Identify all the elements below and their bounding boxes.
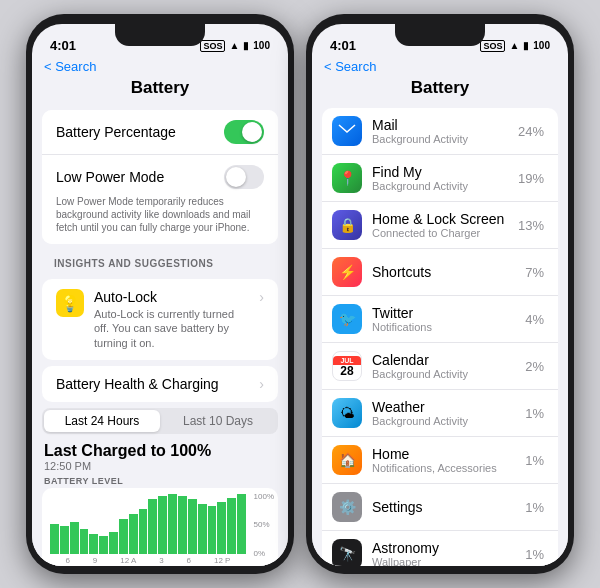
chevron-right-icon: › [259,289,264,305]
calendar-icon: JUL 28 [332,351,362,381]
bar-13 [168,494,177,554]
calendar-name: Calendar [372,352,515,368]
bar-10 [139,509,148,554]
right-content: Mail Background Activity 24% 📍 Find My B… [312,104,568,566]
charged-time: 12:50 PM [44,460,276,472]
battery-pct-right: 100 [533,40,550,51]
shortcuts-info: Shortcuts [372,264,515,280]
list-item[interactable]: 🔒 Home & Lock Screen Connected to Charge… [322,202,558,249]
findmy-pct: 19% [518,171,544,186]
page-title-left: Battery [131,78,190,98]
bar-3 [70,522,79,554]
calendar-info: Calendar Background Activity [372,352,515,380]
astronomy-info: Astronomy Wallpaper [372,540,515,566]
homelock-sub: Connected to Charger [372,227,508,239]
toggle-knob [242,122,262,142]
mail-pct: 24% [518,124,544,139]
astronomy-pct: 1% [525,547,544,562]
bar-2 [60,526,69,554]
notch [115,24,205,46]
insight-group: 💡 Auto-Lock Auto-Lock is currently turne… [42,279,278,360]
battery-health-label: Battery Health & Charging [56,376,259,392]
weather-sub: Background Activity [372,415,515,427]
back-nav-right[interactable]: < Search [312,57,568,76]
status-right-right: SOS ▲ ▮ 100 [480,40,550,52]
bar-15 [188,499,197,554]
bar-20 [237,494,246,554]
wifi-icon-left: ▲ [229,40,239,51]
left-phone: 4:01 SOS ▲ ▮ 100 < Search Battery Batter [26,14,294,574]
page-title-right: Battery [411,78,470,98]
low-power-toggle[interactable] [224,165,264,189]
sos-badge-right: SOS [480,40,505,52]
bar-4 [80,529,89,554]
settings-pct: 1% [525,500,544,515]
toggle-knob-2 [226,167,246,187]
twitter-pct: 4% [525,312,544,327]
status-right-left: SOS ▲ ▮ 100 [200,40,270,52]
nav-title-bar-left: Battery [32,76,288,104]
auto-lock-row[interactable]: 💡 Auto-Lock Auto-Lock is currently turne… [42,279,278,360]
battery-percentage-row[interactable]: Battery Percentage [42,110,278,155]
list-item[interactable]: 🔭 Astronomy Wallpaper 1% [322,531,558,566]
list-item[interactable]: 📍 Find My Background Activity 19% [322,155,558,202]
weather-icon: 🌤 [332,398,362,428]
low-power-label: Low Power Mode [56,169,224,185]
findmy-name: Find My [372,164,508,180]
home-pct: 1% [525,453,544,468]
mail-info: Mail Background Activity [372,117,508,145]
home-name: Home [372,446,515,462]
low-power-sublabel: Low Power Mode temporarily reduces backg… [56,191,264,234]
battery-health-row[interactable]: Battery Health & Charging › [42,366,278,402]
bar-18 [217,502,226,554]
list-item[interactable]: 🌤 Weather Background Activity 1% [322,390,558,437]
sos-badge-left: SOS [200,40,225,52]
tab-10d[interactable]: Last 10 Days [160,410,276,432]
right-phone: 4:01 SOS ▲ ▮ 100 < Search Battery [306,14,574,574]
twitter-sub: Notifications [372,321,515,333]
time-tabs: Last 24 Hours Last 10 Days [42,408,278,434]
astronomy-icon: 🔭 [332,539,362,566]
left-screen: 4:01 SOS ▲ ▮ 100 < Search Battery Batter [32,24,288,566]
battery-level-label: BATTERY LEVEL [32,472,288,488]
chart-y-labels: 100% 50% 0% [254,492,274,558]
bar-11 [148,499,157,554]
list-item[interactable]: ⚙️ Settings 1% [322,484,558,531]
left-content: Battery Percentage Low Power Mode [32,104,288,566]
homelock-name: Home & Lock Screen [372,211,508,227]
list-item[interactable]: 🏠 Home Notifications, Accessories 1% [322,437,558,484]
bar-6 [99,536,108,554]
twitter-icon: 🐦 [332,304,362,334]
list-item[interactable]: JUL 28 Calendar Background Activity 2% [322,343,558,390]
settings-name: Settings [372,499,515,515]
notch-right [395,24,485,46]
homelock-info: Home & Lock Screen Connected to Charger [372,211,508,239]
mail-sub: Background Activity [372,133,508,145]
twitter-name: Twitter [372,305,515,321]
bar-1 [50,524,59,554]
chevron-right-icon-2: › [259,376,264,392]
list-item[interactable]: 🐦 Twitter Notifications 4% [322,296,558,343]
battery-pct-left: 100 [253,40,270,51]
wifi-icon-right: ▲ [509,40,519,51]
battery-health-group: Battery Health & Charging › [42,366,278,402]
low-power-row[interactable]: Low Power Mode Low Power Mode temporaril… [42,155,278,244]
phones-container: 4:01 SOS ▲ ▮ 100 < Search Battery Batter [16,4,584,584]
settings-info: Settings [372,499,515,515]
shortcuts-name: Shortcuts [372,264,515,280]
battery-percentage-toggle[interactable] [224,120,264,144]
home-info: Home Notifications, Accessories [372,446,515,474]
bar-17 [208,506,217,554]
astronomy-name: Astronomy [372,540,515,556]
back-nav-left[interactable]: < Search [32,57,288,76]
bar-7 [109,532,118,554]
app-list: Mail Background Activity 24% 📍 Find My B… [322,108,558,566]
chart-bars [50,494,270,554]
tab-24h[interactable]: Last 24 Hours [44,410,160,432]
calendar-pct: 2% [525,359,544,374]
list-item[interactable]: ⚡ Shortcuts 7% [322,249,558,296]
time-left: 4:01 [50,38,76,53]
battery-icon-left: ▮ [243,40,249,51]
list-item[interactable]: Mail Background Activity 24% [322,108,558,155]
bar-12 [158,496,167,554]
